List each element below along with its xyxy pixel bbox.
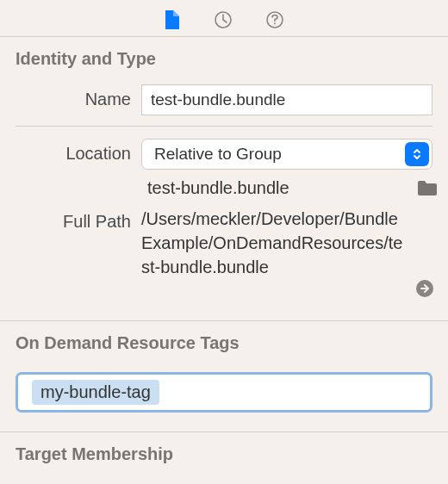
name-row: Name — [0, 81, 448, 121]
choose-folder-button[interactable] — [415, 180, 439, 197]
location-row: Location Relative to Group — [0, 135, 448, 175]
document-icon — [164, 10, 179, 29]
chevron-up-down-icon — [405, 142, 429, 166]
question-icon — [265, 10, 284, 29]
text-cursor — [161, 382, 162, 403]
resource-tags-field[interactable]: my-bundle-tag — [16, 372, 432, 413]
clock-icon — [214, 10, 233, 29]
reveal-in-finder-button[interactable] — [414, 277, 436, 300]
fullpath-label: Full Path — [0, 207, 141, 232]
fullpath-row: Full Path /Users/meckler/Developer/Bundl… — [0, 202, 448, 303]
file-inspector-tab[interactable] — [162, 10, 181, 29]
resource-tags-section-title: On Demand Resource Tags — [0, 321, 448, 365]
location-select[interactable]: Relative to Group — [141, 139, 432, 170]
identity-section-title: Identity and Type — [0, 37, 448, 81]
history-tab[interactable] — [214, 10, 233, 29]
target-membership-section-title: Target Membership — [0, 432, 448, 476]
location-label: Location — [0, 139, 141, 164]
fullpath-value: /Users/meckler/Developer/BundleExample/O… — [141, 207, 414, 279]
folder-icon — [417, 180, 438, 197]
location-filename-row: test-bundle.bundle — [0, 175, 448, 202]
name-label: Name — [0, 84, 141, 109]
name-input[interactable] — [141, 84, 432, 115]
tag-token[interactable]: my-bundle-tag — [32, 380, 159, 405]
name-divider — [16, 126, 432, 127]
arrow-right-circle-icon — [414, 278, 435, 299]
location-select-value: Relative to Group — [154, 145, 282, 164]
location-filename: test-bundle.bundle — [147, 178, 415, 198]
help-tab[interactable] — [265, 10, 284, 29]
inspector-tab-bar — [0, 0, 448, 36]
svg-point-2 — [274, 23, 276, 25]
